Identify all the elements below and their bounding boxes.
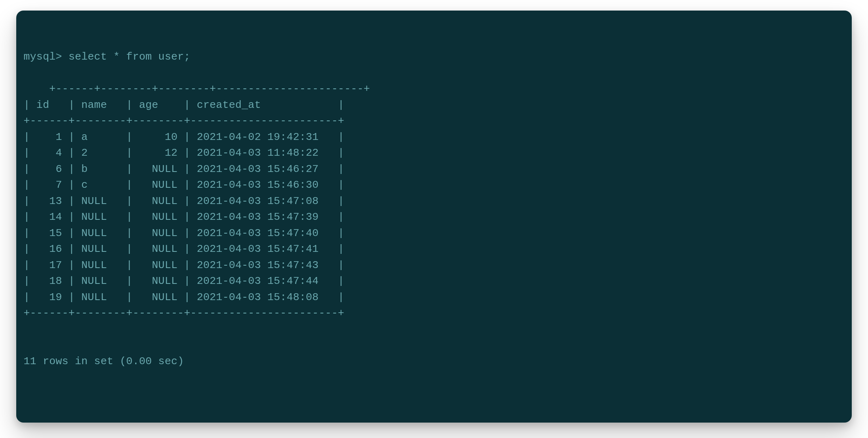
query-text-1: select * from user; (69, 51, 190, 63)
user-table-output: +------+--------+--------+--------------… (24, 83, 370, 319)
mysql-terminal[interactable]: mysql> select * from user; +------+-----… (16, 11, 852, 423)
prompt: mysql> (24, 51, 69, 63)
user-table-summary: 11 rows in set (0.00 sec) (24, 354, 844, 370)
blank-line (24, 402, 844, 418)
query-line-1: mysql> select * from user; (24, 49, 844, 65)
